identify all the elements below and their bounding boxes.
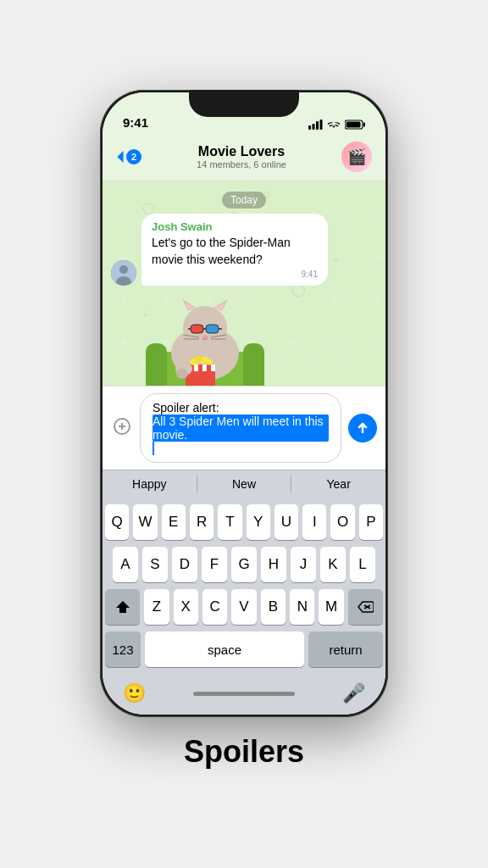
chat-title: Movie Lovers xyxy=(148,144,335,159)
notch xyxy=(189,90,299,117)
keyboard-row-3: Z X C V B N M xyxy=(105,589,383,625)
svg-rect-43 xyxy=(207,364,211,371)
signal-icon xyxy=(308,120,323,130)
key-u[interactable]: U xyxy=(274,504,298,540)
text-input[interactable]: Spoiler alert: All 3 Spider Men will mee… xyxy=(140,393,341,463)
input-cursor xyxy=(152,442,154,455)
shift-key[interactable] xyxy=(105,589,140,625)
chat-header: 2 Movie Lovers 14 members, 6 online 🎬 xyxy=(103,135,385,181)
keyboard-row-1: Q W E R T Y U I O P xyxy=(105,504,383,540)
key-c[interactable]: C xyxy=(202,589,227,625)
key-q[interactable]: Q xyxy=(105,504,129,540)
message-sender: Josh Swain xyxy=(152,220,318,233)
key-s[interactable]: S xyxy=(142,547,168,582)
key-x[interactable]: X xyxy=(174,589,198,625)
autocomplete-item-year[interactable]: Year xyxy=(291,476,385,492)
keyboard-row-2: A S D F G H J K L xyxy=(105,547,383,582)
svg-rect-42 xyxy=(198,364,202,371)
message-text: Let's go to the Spider-Man movie this we… xyxy=(152,235,318,268)
chat-avatar-emoji: 🎬 xyxy=(347,147,366,166)
mic-button[interactable]: 🎤 xyxy=(342,682,365,704)
key-a[interactable]: A xyxy=(113,547,138,582)
svg-rect-2 xyxy=(316,121,319,130)
chat-subtitle: 14 members, 6 online xyxy=(148,159,335,170)
svg-point-17 xyxy=(119,265,128,274)
delete-key[interactable] xyxy=(348,589,383,625)
svg-rect-21 xyxy=(243,343,264,386)
home-indicator xyxy=(193,692,295,696)
svg-rect-20 xyxy=(146,343,167,386)
svg-point-47 xyxy=(195,356,202,362)
key-d[interactable]: D xyxy=(172,547,197,582)
battery-icon xyxy=(345,120,365,130)
key-m[interactable]: M xyxy=(319,589,343,625)
message-container: Josh Swain Let's go to the Spider-Man mo… xyxy=(103,214,385,292)
numbers-key[interactable]: 123 xyxy=(105,632,141,667)
phone-screen: 9:41 xyxy=(103,92,385,715)
svg-rect-1 xyxy=(313,124,315,130)
autocomplete-item-happy[interactable]: Happy xyxy=(103,476,197,492)
date-badge: Today xyxy=(103,192,385,207)
svg-rect-3 xyxy=(320,120,323,130)
chat-header-info: Movie Lovers 14 members, 6 online xyxy=(148,144,335,170)
status-icons xyxy=(308,120,365,130)
sticker-area xyxy=(103,292,385,386)
svg-point-48 xyxy=(203,357,209,362)
key-p[interactable]: P xyxy=(359,504,383,540)
svg-rect-6 xyxy=(347,122,361,128)
key-j[interactable]: J xyxy=(291,547,316,582)
attach-button[interactable] xyxy=(111,415,133,442)
svg-rect-5 xyxy=(363,123,365,127)
send-button[interactable] xyxy=(348,414,377,442)
emoji-button[interactable]: 🙂 xyxy=(123,682,146,704)
key-h[interactable]: H xyxy=(261,547,286,582)
input-plain-text: Spoiler alert: xyxy=(152,401,219,415)
phone-frame: 9:41 xyxy=(100,90,388,717)
key-o[interactable]: O xyxy=(330,504,354,540)
chat-avatar-button[interactable]: 🎬 xyxy=(341,142,372,172)
key-l[interactable]: L xyxy=(350,547,375,582)
key-n[interactable]: N xyxy=(290,589,314,625)
status-time: 9:41 xyxy=(123,115,148,130)
svg-rect-30 xyxy=(206,325,219,333)
key-r[interactable]: R xyxy=(190,504,214,540)
key-i[interactable]: I xyxy=(302,504,326,540)
key-g[interactable]: G xyxy=(231,547,257,582)
return-key[interactable]: return xyxy=(308,632,383,667)
key-b[interactable]: B xyxy=(261,589,286,625)
keyboard: Q W E R T Y U I O P A S D F G xyxy=(103,498,385,677)
back-badge: 2 xyxy=(126,149,141,164)
key-w[interactable]: W xyxy=(133,504,157,540)
space-key[interactable]: space xyxy=(145,632,304,667)
autocomplete-item-new[interactable]: New xyxy=(197,476,291,492)
input-area: Spoiler alert: All 3 Spider Men will mee… xyxy=(103,386,385,470)
key-t[interactable]: T xyxy=(218,504,241,540)
spoilers-label: Spoilers xyxy=(184,734,304,770)
keyboard-row-4: 123 space return xyxy=(105,632,383,667)
autocomplete-bar: Happy New Year xyxy=(103,470,385,498)
sender-avatar xyxy=(111,260,136,286)
key-f[interactable]: F xyxy=(202,547,227,582)
key-v[interactable]: V xyxy=(231,589,256,625)
input-selected-text[interactable]: All 3 Spider Men will meet in this movie… xyxy=(152,415,329,442)
back-button[interactable]: 2 xyxy=(116,149,141,164)
message-bubble[interactable]: Josh Swain Let's go to the Spider-Man mo… xyxy=(141,214,328,286)
svg-point-34 xyxy=(202,335,208,338)
chat-area: ✦ ✦ ✦ ✦ Today xyxy=(103,181,385,386)
svg-rect-29 xyxy=(191,325,203,333)
cat-sticker xyxy=(141,292,269,386)
key-k[interactable]: K xyxy=(320,547,346,582)
key-y[interactable]: Y xyxy=(247,504,270,540)
wifi-icon xyxy=(327,120,341,130)
svg-rect-0 xyxy=(308,125,311,130)
bottom-bar: 🙂 🎤 xyxy=(103,677,385,715)
svg-point-50 xyxy=(176,369,188,379)
page-wrapper: 9:41 xyxy=(0,0,488,868)
message-time: 9:41 xyxy=(152,270,318,279)
date-text: Today xyxy=(222,192,266,209)
svg-point-24 xyxy=(183,306,227,350)
key-z[interactable]: Z xyxy=(144,589,169,625)
key-e[interactable]: E xyxy=(162,504,186,540)
